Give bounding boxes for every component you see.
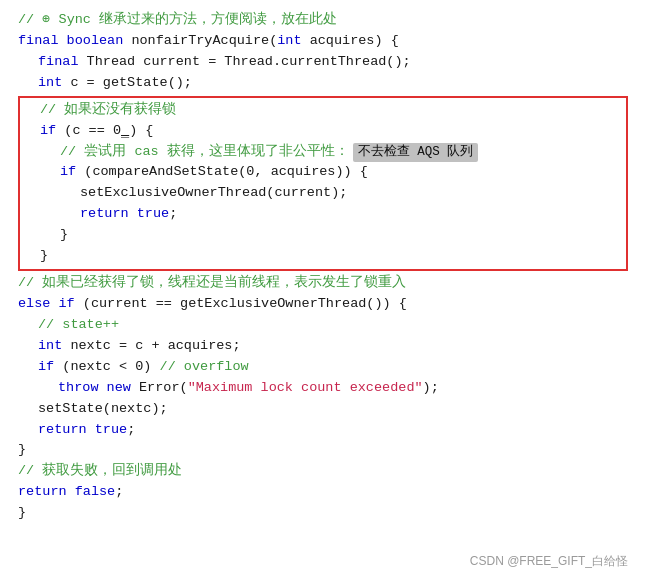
code-line: if (c == 0̲) { bbox=[20, 121, 626, 142]
code-token: } bbox=[60, 225, 68, 246]
code-line: // 如果还没有获得锁 bbox=[20, 100, 626, 121]
code-line: } bbox=[20, 246, 626, 267]
code-token: int bbox=[38, 336, 62, 357]
code-token: // 如果还没有获得锁 bbox=[40, 100, 176, 121]
code-line: // state++ bbox=[18, 315, 628, 336]
code-line: } bbox=[20, 225, 626, 246]
code-line: } bbox=[18, 503, 628, 524]
code-token: (compareAndSetState(0, acquires)) { bbox=[76, 162, 368, 183]
code-token: nonfairTryAcquire( bbox=[131, 31, 277, 52]
code-token: new bbox=[107, 378, 131, 399]
code-token: ; bbox=[169, 204, 177, 225]
code-line: return false; bbox=[18, 482, 628, 503]
code-line: final boolean nonfairTryAcquire(int acqu… bbox=[18, 31, 628, 52]
code-token: Thread current = bbox=[87, 52, 225, 73]
code-token: // 如果已经获得了锁，线程还是当前线程，表示发生了锁重入 bbox=[18, 273, 406, 294]
code-container: // ⊕ Sync 继承过来的方法，方便阅读，放在此处 final boolea… bbox=[0, 0, 646, 581]
code-token: false bbox=[75, 482, 116, 503]
code-line: } bbox=[18, 440, 628, 461]
code-token: // state++ bbox=[38, 315, 119, 336]
code-token: c = getState(); bbox=[62, 73, 192, 94]
code-line: int nextc = c + acquires; bbox=[18, 336, 628, 357]
code-token: (current == getExclusiveOwnerThread()) { bbox=[75, 294, 407, 315]
code-token: Thread bbox=[224, 52, 273, 73]
code-token: if bbox=[59, 294, 75, 315]
code-token: ̲ bbox=[121, 121, 129, 142]
code-line: // ⊕ Sync 继承过来的方法，方便阅读，放在此处 bbox=[18, 10, 628, 31]
code-token: ; bbox=[127, 420, 135, 441]
code-token bbox=[87, 420, 95, 441]
code-token bbox=[129, 204, 137, 225]
code-line: int c = getState(); bbox=[18, 73, 628, 94]
code-token: if bbox=[40, 121, 56, 142]
code-line: return true; bbox=[18, 420, 628, 441]
code-token: ) { bbox=[129, 121, 153, 142]
code-token: "Maximum lock count exceeded" bbox=[188, 378, 423, 399]
code-token: int bbox=[277, 31, 301, 52]
code-token: if bbox=[60, 162, 76, 183]
code-token: nextc = c + acquires; bbox=[62, 336, 240, 357]
code-token: throw bbox=[58, 378, 107, 399]
highlighted-block: // 如果还没有获得锁 if (c == 0̲) { // 尝试用 cas 获得… bbox=[18, 96, 628, 271]
code-token: } bbox=[40, 246, 48, 267]
code-token: Error( bbox=[131, 378, 188, 399]
code-line: // 获取失败，回到调用处 bbox=[18, 461, 628, 482]
highlighted-inner: // 如果还没有获得锁 if (c == 0̲) { // 尝试用 cas 获得… bbox=[20, 100, 626, 267]
code-token: (nextc < 0) bbox=[54, 357, 159, 378]
code-line: final Thread current = Thread.currentThr… bbox=[18, 52, 628, 73]
code-token: acquires) { bbox=[302, 31, 399, 52]
code-line: // 尝试用 cas 获得，这里体现了非公平性：不去检查 AQS 队列 bbox=[20, 142, 626, 163]
code-line: setExclusiveOwnerThread(current); bbox=[20, 183, 626, 204]
code-token: final bbox=[18, 31, 67, 52]
code-line: // 如果已经获得了锁，线程还是当前线程，表示发生了锁重入 bbox=[18, 273, 628, 294]
code-token: true bbox=[137, 204, 169, 225]
code-line: if (compareAndSetState(0, acquires)) { bbox=[20, 162, 626, 183]
code-token: return bbox=[18, 482, 67, 503]
code-line: else if (current == getExclusiveOwnerThr… bbox=[18, 294, 628, 315]
code-token: ; bbox=[115, 482, 123, 503]
code-token: return bbox=[38, 420, 87, 441]
code-token: } bbox=[18, 440, 26, 461]
code-line: if (nextc < 0) // overflow bbox=[18, 357, 628, 378]
code-token: final bbox=[38, 52, 87, 73]
code-line: setState(nextc); bbox=[18, 399, 628, 420]
code-token: true bbox=[95, 420, 127, 441]
code-token: return bbox=[80, 204, 129, 225]
code-token: setState(nextc); bbox=[38, 399, 168, 420]
code-line: return true; bbox=[20, 204, 626, 225]
code-token: // 获取失败，回到调用处 bbox=[18, 461, 182, 482]
code-token: int bbox=[38, 73, 62, 94]
code-token bbox=[67, 482, 75, 503]
watermark: CSDN @FREE_GIFT_白给怪 bbox=[470, 552, 628, 571]
code-token: .currentThread(); bbox=[273, 52, 411, 73]
code-token: // 尝试用 cas 获得，这里体现了非公平性： bbox=[60, 142, 349, 163]
code-token: setExclusiveOwnerThread(current); bbox=[80, 183, 347, 204]
code-token: if bbox=[38, 357, 54, 378]
code-token: // ⊕ Sync 继承过来的方法，方便阅读，放在此处 bbox=[18, 10, 337, 31]
code-token: (c == 0 bbox=[56, 121, 121, 142]
code-token: // overflow bbox=[160, 357, 249, 378]
code-line: throw new Error("Maximum lock count exce… bbox=[18, 378, 628, 399]
annotation-tag: 不去检查 AQS 队列 bbox=[353, 143, 479, 162]
code-token: else bbox=[18, 294, 59, 315]
code-token: ); bbox=[423, 378, 439, 399]
code-token: } bbox=[18, 503, 26, 524]
code-token: boolean bbox=[67, 31, 132, 52]
